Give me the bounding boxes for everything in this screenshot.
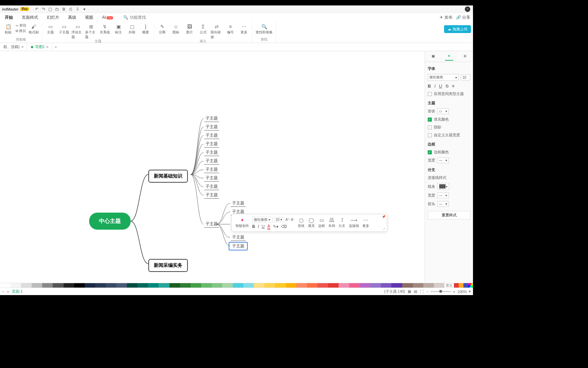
print-icon[interactable]: ⎙ (68, 6, 74, 12)
border-button[interactable]: ▭边框 (316, 214, 327, 231)
new-icon[interactable]: ▢ (47, 6, 53, 12)
fill-check[interactable]: ✓ (428, 118, 432, 122)
underline-button[interactable]: U (262, 224, 265, 229)
multi-topic-button[interactable]: ⊞多个主题 (85, 23, 97, 40)
canvas[interactable]: 中心主题 新闻基础知识 新闻采编实务 子主题 子主题 子主题 子主题 子主题 子… (0, 51, 425, 283)
font-grow-button[interactable]: A⁺ (285, 218, 290, 221)
tab-page-style[interactable]: 页面样式 (20, 14, 40, 21)
subtopic[interactable]: 子主题 (231, 234, 246, 241)
subtopic[interactable]: 子主题 (204, 132, 219, 139)
subtopic[interactable]: 子主题 (204, 183, 219, 190)
panel-tab-tag[interactable]: ⊕ (461, 52, 469, 61)
tab-advanced[interactable]: 高级 (66, 14, 78, 21)
undo-icon[interactable]: ↶ (34, 6, 40, 12)
main-topic-2[interactable]: 新闻采编实务 (148, 259, 188, 272)
connector-button[interactable]: ⟶连接线 (347, 214, 361, 231)
doc-tab-1[interactable]: 权、洗稿) (0, 43, 27, 51)
subtopic[interactable]: 子主题 (204, 124, 219, 131)
panel-align[interactable]: ≡ (452, 83, 455, 89)
doc-tab-2[interactable]: ◆导图2 (27, 43, 52, 51)
fit-view-icon[interactable]: ⛶ (420, 290, 424, 294)
subtopic[interactable]: 子主题 (204, 192, 219, 199)
prev-page-button[interactable]: − (2, 290, 4, 294)
search-input[interactable] (130, 15, 157, 20)
subtopic[interactable]: 子主题 (204, 141, 219, 148)
relationship-button[interactable]: ↯关系线 (99, 23, 111, 35)
formula-button[interactable]: Σ公式 (197, 23, 209, 35)
hyperlink-button[interactable]: ⇄双向链接 (211, 23, 223, 40)
new-tab-button[interactable]: + (52, 45, 60, 49)
font-color-button[interactable]: A (267, 224, 270, 229)
line-color-select[interactable]: ▾ (437, 183, 449, 190)
page-name[interactable]: 页面-1 (12, 289, 23, 294)
subtopic[interactable]: 子主题 (204, 221, 219, 228)
zoom-in-button[interactable]: + (453, 290, 455, 294)
panel-tab-page[interactable]: ▣ (429, 52, 437, 61)
shadow-check[interactable] (428, 125, 432, 129)
subtopic[interactable]: 子主题 (204, 115, 219, 122)
shape-select[interactable]: ▭▾ (437, 108, 449, 114)
layout-button[interactable]: 品布局 (327, 214, 337, 231)
export-icon[interactable]: ⇩ (75, 6, 81, 12)
shape-button[interactable]: ▢形状 (296, 214, 306, 231)
arrow-select[interactable]: —▾ (437, 201, 449, 207)
panel-strike[interactable]: S (445, 83, 448, 89)
panel-italic[interactable]: I (434, 83, 436, 89)
ai-create-button[interactable]: ✦ 智能创作 (234, 214, 251, 231)
note-button[interactable]: ✎注释 (156, 23, 168, 35)
image-button[interactable]: 🖼图片 (183, 23, 196, 35)
subtopic[interactable]: 子主题 (204, 175, 219, 182)
tab-slides[interactable]: 幻灯片 (45, 14, 61, 21)
floating-topic-button[interactable]: ▭浮动主题 (71, 23, 84, 40)
boundary-button[interactable]: ▢外框 (126, 23, 138, 35)
publish-button[interactable]: ✈ 发布 (440, 15, 452, 20)
zoom-out-button[interactable]: − (426, 290, 428, 294)
topic-button[interactable]: ▭主题 (44, 23, 56, 35)
zoom-slider[interactable] (430, 291, 451, 292)
subtopic[interactable]: 子主题 (204, 158, 219, 165)
color-picker-icon[interactable] (468, 283, 473, 288)
clear-format-button[interactable]: ⌫ (281, 224, 287, 229)
page-view-icon[interactable]: ▤ (414, 289, 417, 294)
number-button[interactable]: ≡编号 (224, 23, 236, 35)
open-icon[interactable]: 🗀 (54, 6, 60, 12)
upload-button[interactable]: ☁拖拽上传 (444, 25, 471, 33)
subtopic-selected[interactable]: 子主题 (229, 242, 248, 250)
qat-dropdown-icon[interactable]: ▾ (81, 6, 87, 12)
callout-button[interactable]: ▣标注 (112, 23, 125, 35)
tab-ai[interactable]: AIHot (100, 14, 115, 20)
border-color-check[interactable]: ✓ (428, 150, 432, 154)
font-shrink-button[interactable]: A⁻ (291, 218, 295, 221)
expand-icon[interactable]: ⤢ (383, 227, 386, 231)
subtopic[interactable]: 子主题 (204, 149, 219, 156)
subtopic[interactable]: 子主题 (231, 200, 246, 207)
font-select[interactable]: 微软雅黑▾ (252, 217, 273, 223)
zoom-control[interactable]: − + 100% ▾ (426, 289, 471, 294)
central-topic[interactable]: 中心主题 (89, 213, 131, 230)
paste-button[interactable]: 📋粘贴 (2, 23, 14, 35)
search-box[interactable]: 🔍 (123, 15, 157, 20)
font-size-select[interactable]: 10▾ (274, 217, 284, 222)
more-insert-button[interactable]: ⋯更多 (238, 23, 250, 35)
panel-underline[interactable]: U (439, 83, 442, 89)
reset-style-button[interactable]: 重置样式 (428, 211, 470, 219)
custom-width-check[interactable] (428, 133, 432, 137)
panel-bold[interactable]: B (428, 83, 431, 89)
redo-icon[interactable]: ↷ (40, 6, 47, 12)
subtopic[interactable]: 子主题 (204, 166, 219, 173)
pin-icon[interactable]: 📌 (382, 215, 386, 218)
icon-button[interactable]: ☺图标 (170, 23, 182, 35)
line-width-select[interactable]: —▾ (437, 193, 449, 198)
zoom-value[interactable]: 100% (457, 290, 467, 294)
bold-button[interactable]: B (252, 224, 255, 229)
panel-font-select[interactable]: 微软雅黑▾ (428, 74, 459, 81)
border-width-select[interactable]: —▾ (437, 157, 449, 163)
save-icon[interactable]: 🗎 (61, 6, 67, 12)
cut-button[interactable]: ✂剪切 (16, 23, 26, 28)
italic-button[interactable]: I (258, 224, 259, 229)
zoom-dropdown-icon[interactable]: ▾ (469, 289, 471, 294)
subtopic-button[interactable]: ▭子主题 (58, 23, 70, 35)
more-button[interactable]: ⋯更多 (361, 214, 371, 231)
highlight-button[interactable]: ✎▾ (273, 224, 278, 229)
apply-same-check[interactable] (428, 92, 432, 96)
